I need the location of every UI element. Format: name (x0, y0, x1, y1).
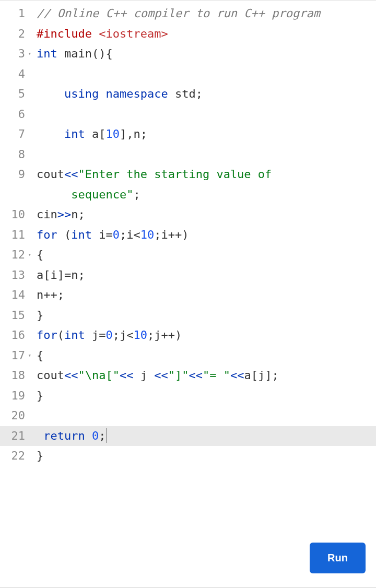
code-token: // Online C++ compiler to run C++ progra… (37, 7, 320, 20)
code-token: 10 (140, 228, 155, 241)
code-token: for (37, 228, 57, 241)
line-gutter: 123▾456789101112▾1314151617▾1819202122 (0, 1, 29, 588)
code-token: a[ (85, 127, 106, 140)
code-token: } (37, 389, 43, 402)
code-token: << (230, 369, 244, 382)
code-token: << (189, 369, 203, 382)
code-token: ;j< (113, 328, 134, 342)
code-line[interactable]: using namespace std; (37, 84, 376, 104)
code-token: for (37, 328, 57, 342)
code-token: a[j]; (244, 369, 278, 382)
code-token: ;j++) (147, 328, 182, 342)
code-token (92, 27, 99, 40)
line-number: 22 (0, 446, 29, 466)
line-number: 19 (0, 386, 29, 406)
code-token (99, 87, 105, 100)
line-number: 15 (0, 305, 29, 326)
code-line[interactable]: for (int i=0;i<10;i++) (37, 225, 376, 245)
code-line[interactable]: sequence"; (37, 185, 376, 205)
code-line[interactable]: { (37, 346, 376, 366)
code-token: j (133, 369, 154, 382)
code-token: 0 (113, 228, 120, 241)
code-token: "\na[" (78, 369, 119, 382)
line-number: 7 (0, 124, 29, 145)
code-line[interactable]: n++; (37, 285, 376, 305)
code-token: sequence" (71, 188, 133, 201)
code-token: cin (37, 208, 57, 221)
line-number: 3▾ (0, 44, 29, 64)
line-number: 16 (0, 325, 29, 346)
code-token: namespace (105, 87, 168, 100)
code-token: <iostream> (99, 27, 168, 40)
line-number: 2 (0, 24, 29, 44)
code-line[interactable]: } (37, 305, 376, 326)
code-line[interactable]: cin>>n; (37, 205, 376, 225)
code-token: int (71, 228, 92, 241)
code-token (37, 188, 71, 201)
code-editor[interactable]: 123▾456789101112▾1314151617▾1819202122 /… (0, 0, 376, 588)
code-token (85, 429, 92, 442)
line-number: 18 (0, 366, 29, 386)
code-token: "]" (168, 369, 189, 382)
code-token: 0 (106, 328, 113, 342)
code-token: << (64, 369, 78, 382)
code-line[interactable]: cout<<"Enter the starting value of (37, 164, 376, 185)
code-token (37, 429, 43, 442)
code-area[interactable]: // Online C++ compiler to run C++ progra… (29, 1, 376, 588)
code-token: >> (57, 208, 72, 221)
line-number: 17▾ (0, 346, 29, 366)
code-token: main(){ (57, 47, 113, 60)
code-token: ;i++) (154, 228, 189, 241)
code-token: << (120, 369, 134, 382)
code-line[interactable] (37, 64, 376, 85)
code-line[interactable] (37, 145, 376, 165)
code-token: 0 (92, 429, 99, 442)
code-token: ;i< (120, 228, 140, 241)
code-line[interactable]: { (37, 245, 376, 265)
code-token: ( (57, 228, 72, 241)
code-line[interactable]: int main(){ (37, 44, 376, 64)
code-line[interactable]: } (37, 386, 376, 406)
code-line[interactable]: cout<<"\na["<< j <<"]"<<"= "<<a[j]; (37, 366, 376, 386)
line-number: 6 (0, 104, 29, 125)
code-line[interactable]: return 0; (29, 426, 376, 446)
code-line[interactable]: for(int j=0;j<10;j++) (37, 325, 376, 346)
code-token (37, 87, 64, 100)
line-number: 13 (0, 265, 29, 286)
line-number: 4 (0, 64, 29, 85)
code-token: << (64, 168, 78, 181)
code-line[interactable]: a[i]=n; (37, 265, 376, 286)
line-number: 5 (0, 84, 29, 104)
code-line[interactable] (37, 406, 376, 426)
code-token: j= (85, 328, 106, 342)
line-number: 12▾ (0, 245, 29, 265)
code-line[interactable]: #include <iostream> (37, 24, 376, 44)
code-line[interactable] (37, 104, 376, 125)
line-number: 8 (0, 145, 29, 165)
code-token: i= (92, 228, 113, 241)
code-token: int (64, 127, 85, 140)
line-number (0, 185, 29, 205)
text-cursor (106, 428, 107, 443)
code-token: "= " (203, 369, 230, 382)
line-number: 20 (0, 406, 29, 426)
code-token: int (37, 47, 57, 60)
code-token: int (64, 328, 85, 342)
code-token: ( (57, 328, 64, 342)
code-token: using (64, 87, 99, 100)
code-token: ],n; (120, 127, 147, 140)
code-token: return (43, 429, 85, 442)
code-token: std; (168, 87, 203, 100)
code-token: ; (133, 188, 140, 201)
code-token: "Enter the starting value of (78, 168, 272, 181)
code-token: { (37, 248, 43, 261)
code-token: } (37, 449, 43, 462)
code-line[interactable]: int a[10],n; (37, 124, 376, 145)
code-token: ; (99, 429, 105, 442)
code-token: #include (37, 27, 92, 40)
code-token: a[i]=n; (37, 268, 85, 281)
code-token: n; (71, 208, 85, 221)
code-line[interactable]: } (37, 446, 376, 466)
code-line[interactable]: // Online C++ compiler to run C++ progra… (37, 4, 376, 24)
run-button[interactable]: Run (310, 543, 366, 573)
